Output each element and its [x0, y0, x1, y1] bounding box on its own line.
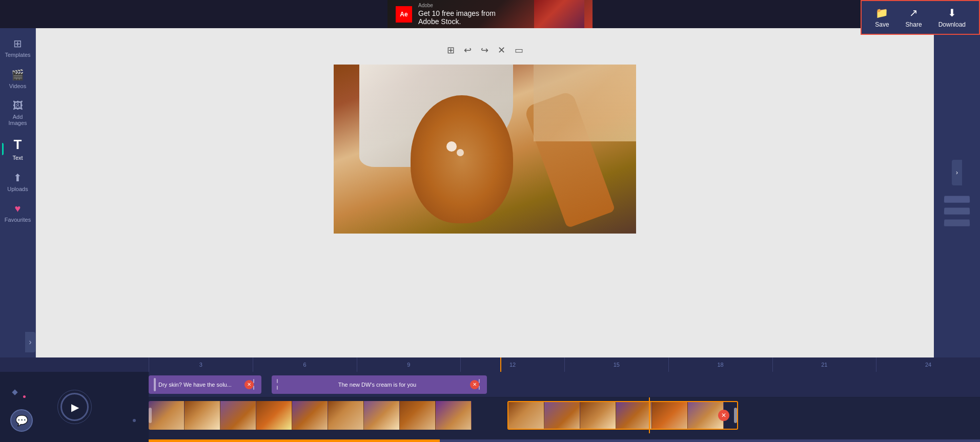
favourites-icon: ♥	[15, 203, 21, 215]
sidebar-label-uploads: Uploads	[7, 186, 28, 192]
canvas-preview	[334, 65, 636, 234]
sidebar-label-text: Text	[12, 155, 23, 161]
sidebar-item-templates[interactable]: ⊞ Templates	[2, 33, 34, 62]
sidebar-label-add-images: Add Images	[4, 114, 32, 126]
ruler-mark-21: 21	[772, 357, 876, 372]
chat-button[interactable]: 💬	[10, 409, 33, 432]
share-icon: ↗	[909, 7, 918, 19]
sidebar-label-videos: Videos	[9, 83, 26, 89]
close-button[interactable]: ✕	[496, 44, 507, 57]
audio-segment-2[interactable]: The new DW's cream is for you ✕	[272, 375, 487, 394]
sidebar-label-favourites: Favourites	[5, 217, 31, 223]
download-button[interactable]: ⬇ Download	[930, 4, 974, 31]
video-thumb-1	[149, 401, 185, 430]
ruler-mark-3: 3	[149, 357, 253, 372]
grid-view-button[interactable]: ⊞	[445, 44, 457, 57]
sidebar-item-uploads[interactable]: ⬆ Uploads	[2, 167, 34, 196]
delete-video-segment-2[interactable]: ✕	[718, 410, 729, 421]
uploads-icon: ⬆	[13, 172, 22, 184]
sep-line	[277, 386, 278, 390]
fullscreen-button[interactable]: ▭	[513, 44, 525, 57]
save-icon: 📁	[875, 7, 888, 19]
video-thumb-5	[292, 401, 328, 430]
audio-track: Dry skin? We have the solu... ✕	[149, 372, 980, 397]
decorative-dot-pink	[23, 395, 26, 398]
video-thumb-6	[328, 401, 364, 430]
active-indicator	[2, 143, 4, 155]
main-layout: ⊞ Templates 🎬 Videos 🖼 Add Images T Text…	[0, 28, 980, 357]
layer-1	[944, 196, 970, 202]
chevron-right-icon: ›	[29, 338, 31, 347]
share-button[interactable]: ↗ Share	[897, 4, 930, 31]
play-icon: ▶	[71, 401, 79, 413]
text-icon: T	[14, 137, 22, 153]
sep-line	[277, 379, 278, 383]
templates-icon: ⊞	[13, 37, 22, 50]
sidebar-expand-button[interactable]: ›	[25, 332, 35, 352]
expand-handle[interactable]: ›	[952, 160, 962, 185]
sep-line	[479, 386, 480, 390]
audio-segment-1[interactable]: Dry skin? We have the solu... ✕	[149, 375, 261, 394]
video-resize-right[interactable]	[734, 408, 737, 423]
video-resize-left[interactable]	[149, 408, 152, 423]
video-thumb-s1	[508, 402, 544, 430]
video-thumb-s4	[616, 402, 652, 430]
ad-content[interactable]: Ae Adobe Get 10 free images from Adobe S…	[387, 0, 593, 28]
delete-segment-1[interactable]: ✕	[244, 380, 254, 389]
ad-brand: Adobe	[418, 3, 518, 8]
ruler-mark-6: 6	[253, 357, 357, 372]
timeline-tracks: Dry skin? We have the solu... ✕	[149, 372, 980, 442]
decorative-dot-blue	[133, 419, 136, 422]
ad-banner: Ae Adobe Get 10 free images from Adobe S…	[0, 0, 980, 28]
video-thumb-3	[220, 401, 256, 430]
video-thumb-s5	[652, 402, 688, 430]
audio-seg1-text: Dry skin? We have the solu...	[156, 382, 249, 388]
sidebar-item-text[interactable]: T Text	[2, 133, 34, 165]
video-thumb-2	[185, 401, 220, 430]
video-segment-1[interactable]	[149, 401, 497, 430]
timeline-content: ▶ Dry skin? We have the solu... ✕	[0, 372, 980, 442]
timeline-ruler: 3 6 9 12 15 18 21 24	[0, 357, 980, 372]
sidebar-item-add-images[interactable]: 🖼 Add Images	[2, 96, 34, 130]
video-thumb-s2	[544, 402, 580, 430]
ruler-mark-12: 12	[460, 357, 564, 372]
sidebar-item-favourites[interactable]: ♥ Favourites	[2, 199, 34, 227]
timeline-section: 3 6 9 12 15 18 21 24 ▶	[0, 357, 980, 442]
delete-segment-2[interactable]: ✕	[470, 380, 479, 389]
video-thumb-4	[256, 401, 292, 430]
audio-seg2-text: The new DW's cream is for you	[280, 382, 475, 388]
save-button[interactable]: 📁 Save	[867, 4, 897, 31]
undo-button[interactable]: ↩	[462, 44, 474, 57]
videos-icon: 🎬	[11, 69, 24, 81]
sidebar-item-videos[interactable]: 🎬 Videos	[2, 65, 34, 93]
video-thumb-s3	[580, 402, 616, 430]
canvas-toolbar: ⊞ ↩ ↪ ✕ ▭	[445, 44, 525, 57]
timeline-playhead	[500, 357, 501, 372]
ad-text: Get 10 free images from Adobe Stock.	[418, 9, 518, 26]
redo-button[interactable]: ↪	[479, 44, 491, 57]
ruler-mark-9: 9	[357, 357, 461, 372]
play-button[interactable]: ▶	[60, 393, 89, 421]
video-track: ✕	[149, 397, 980, 433]
ruler-marks: 3 6 9 12 15 18 21 24	[149, 357, 980, 372]
sep-line	[253, 386, 254, 390]
ruler-mark-18: 18	[668, 357, 772, 372]
chat-icon: 💬	[15, 414, 28, 427]
canvas-area: ⊞ ↩ ↪ ✕ ▭	[36, 28, 934, 357]
video-thumb-9	[436, 401, 472, 430]
timeline-progress-fill	[149, 439, 440, 442]
layer-2	[944, 207, 970, 214]
video-playhead	[649, 397, 650, 433]
top-actions-bar: 📁 Save ↗ Share ⬇ Download	[861, 0, 980, 35]
left-sidebar: ⊞ Templates 🎬 Videos 🖼 Add Images T Text…	[0, 28, 36, 357]
video-segment-2-selected[interactable]: ✕	[507, 401, 738, 430]
sidebar-label-templates: Templates	[5, 52, 30, 58]
layers-panel	[944, 196, 970, 226]
timeline-progress-bar[interactable]	[149, 439, 980, 442]
decorative-diamond	[12, 389, 17, 395]
video-thumb-8	[400, 401, 436, 430]
add-images-icon: 🖼	[13, 100, 23, 112]
video-thumb-7	[364, 401, 400, 430]
layer-3	[944, 219, 970, 226]
right-panel: ›	[934, 28, 980, 357]
